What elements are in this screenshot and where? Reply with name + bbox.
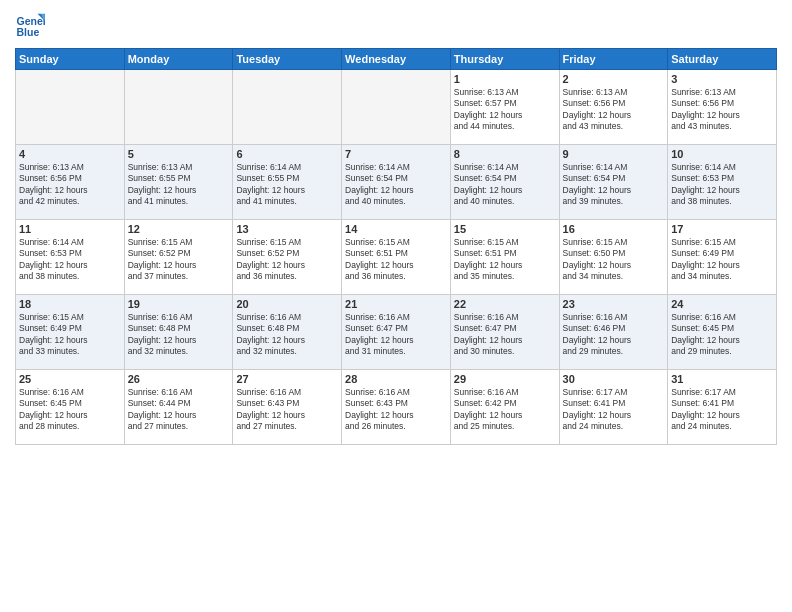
- day-info: Sunrise: 6:13 AMSunset: 6:56 PMDaylight:…: [671, 87, 773, 133]
- header-saturday: Saturday: [668, 49, 777, 70]
- day-info: Sunrise: 6:16 AMSunset: 6:47 PMDaylight:…: [345, 312, 447, 358]
- calendar-week-3: 11Sunrise: 6:14 AMSunset: 6:53 PMDayligh…: [16, 220, 777, 295]
- header-row: SundayMondayTuesdayWednesdayThursdayFrid…: [16, 49, 777, 70]
- calendar-cell: 8Sunrise: 6:14 AMSunset: 6:54 PMDaylight…: [450, 145, 559, 220]
- day-number: 28: [345, 373, 447, 385]
- calendar-cell: 13Sunrise: 6:15 AMSunset: 6:52 PMDayligh…: [233, 220, 342, 295]
- calendar-cell: 20Sunrise: 6:16 AMSunset: 6:48 PMDayligh…: [233, 295, 342, 370]
- day-number: 2: [563, 73, 665, 85]
- day-info: Sunrise: 6:15 AMSunset: 6:51 PMDaylight:…: [345, 237, 447, 283]
- header-wednesday: Wednesday: [342, 49, 451, 70]
- svg-text:Blue: Blue: [17, 26, 40, 38]
- calendar-cell: 14Sunrise: 6:15 AMSunset: 6:51 PMDayligh…: [342, 220, 451, 295]
- day-number: 22: [454, 298, 556, 310]
- logo: General Blue: [15, 10, 45, 40]
- day-info: Sunrise: 6:15 AMSunset: 6:50 PMDaylight:…: [563, 237, 665, 283]
- calendar-cell: 5Sunrise: 6:13 AMSunset: 6:55 PMDaylight…: [124, 145, 233, 220]
- header: General Blue: [15, 10, 777, 40]
- calendar-week-5: 25Sunrise: 6:16 AMSunset: 6:45 PMDayligh…: [16, 370, 777, 445]
- day-number: 25: [19, 373, 121, 385]
- calendar-cell: 21Sunrise: 6:16 AMSunset: 6:47 PMDayligh…: [342, 295, 451, 370]
- calendar-cell: 11Sunrise: 6:14 AMSunset: 6:53 PMDayligh…: [16, 220, 125, 295]
- day-info: Sunrise: 6:13 AMSunset: 6:56 PMDaylight:…: [19, 162, 121, 208]
- day-number: 11: [19, 223, 121, 235]
- day-number: 9: [563, 148, 665, 160]
- day-number: 20: [236, 298, 338, 310]
- header-monday: Monday: [124, 49, 233, 70]
- day-number: 21: [345, 298, 447, 310]
- calendar-cell: 22Sunrise: 6:16 AMSunset: 6:47 PMDayligh…: [450, 295, 559, 370]
- calendar-cell: 4Sunrise: 6:13 AMSunset: 6:56 PMDaylight…: [16, 145, 125, 220]
- day-info: Sunrise: 6:16 AMSunset: 6:42 PMDaylight:…: [454, 387, 556, 433]
- calendar-cell: 15Sunrise: 6:15 AMSunset: 6:51 PMDayligh…: [450, 220, 559, 295]
- day-info: Sunrise: 6:16 AMSunset: 6:43 PMDaylight:…: [236, 387, 338, 433]
- day-number: 15: [454, 223, 556, 235]
- day-number: 6: [236, 148, 338, 160]
- day-number: 13: [236, 223, 338, 235]
- logo-icon: General Blue: [15, 10, 45, 40]
- day-info: Sunrise: 6:14 AMSunset: 6:54 PMDaylight:…: [563, 162, 665, 208]
- day-number: 27: [236, 373, 338, 385]
- calendar-week-4: 18Sunrise: 6:15 AMSunset: 6:49 PMDayligh…: [16, 295, 777, 370]
- day-info: Sunrise: 6:16 AMSunset: 6:45 PMDaylight:…: [671, 312, 773, 358]
- day-info: Sunrise: 6:17 AMSunset: 6:41 PMDaylight:…: [671, 387, 773, 433]
- day-info: Sunrise: 6:16 AMSunset: 6:43 PMDaylight:…: [345, 387, 447, 433]
- day-number: 14: [345, 223, 447, 235]
- day-info: Sunrise: 6:14 AMSunset: 6:53 PMDaylight:…: [671, 162, 773, 208]
- day-info: Sunrise: 6:15 AMSunset: 6:51 PMDaylight:…: [454, 237, 556, 283]
- header-tuesday: Tuesday: [233, 49, 342, 70]
- day-number: 16: [563, 223, 665, 235]
- calendar-cell: [124, 70, 233, 145]
- main-container: General Blue SundayMondayTuesdayWednesda…: [0, 0, 792, 612]
- day-number: 7: [345, 148, 447, 160]
- calendar-cell: 30Sunrise: 6:17 AMSunset: 6:41 PMDayligh…: [559, 370, 668, 445]
- day-info: Sunrise: 6:16 AMSunset: 6:48 PMDaylight:…: [128, 312, 230, 358]
- calendar-week-1: 1Sunrise: 6:13 AMSunset: 6:57 PMDaylight…: [16, 70, 777, 145]
- day-info: Sunrise: 6:13 AMSunset: 6:55 PMDaylight:…: [128, 162, 230, 208]
- day-info: Sunrise: 6:15 AMSunset: 6:52 PMDaylight:…: [128, 237, 230, 283]
- header-thursday: Thursday: [450, 49, 559, 70]
- calendar-cell: 31Sunrise: 6:17 AMSunset: 6:41 PMDayligh…: [668, 370, 777, 445]
- day-number: 30: [563, 373, 665, 385]
- day-info: Sunrise: 6:14 AMSunset: 6:54 PMDaylight:…: [454, 162, 556, 208]
- day-info: Sunrise: 6:13 AMSunset: 6:56 PMDaylight:…: [563, 87, 665, 133]
- day-info: Sunrise: 6:15 AMSunset: 6:49 PMDaylight:…: [19, 312, 121, 358]
- calendar-cell: 23Sunrise: 6:16 AMSunset: 6:46 PMDayligh…: [559, 295, 668, 370]
- calendar-week-2: 4Sunrise: 6:13 AMSunset: 6:56 PMDaylight…: [16, 145, 777, 220]
- calendar-cell: [233, 70, 342, 145]
- day-number: 12: [128, 223, 230, 235]
- calendar-cell: 3Sunrise: 6:13 AMSunset: 6:56 PMDaylight…: [668, 70, 777, 145]
- calendar-table: SundayMondayTuesdayWednesdayThursdayFrid…: [15, 48, 777, 445]
- day-number: 8: [454, 148, 556, 160]
- calendar-cell: 17Sunrise: 6:15 AMSunset: 6:49 PMDayligh…: [668, 220, 777, 295]
- day-info: Sunrise: 6:13 AMSunset: 6:57 PMDaylight:…: [454, 87, 556, 133]
- day-info: Sunrise: 6:14 AMSunset: 6:53 PMDaylight:…: [19, 237, 121, 283]
- calendar-cell: 9Sunrise: 6:14 AMSunset: 6:54 PMDaylight…: [559, 145, 668, 220]
- day-number: 19: [128, 298, 230, 310]
- day-info: Sunrise: 6:16 AMSunset: 6:47 PMDaylight:…: [454, 312, 556, 358]
- calendar-cell: 24Sunrise: 6:16 AMSunset: 6:45 PMDayligh…: [668, 295, 777, 370]
- day-number: 3: [671, 73, 773, 85]
- day-number: 4: [19, 148, 121, 160]
- calendar-cell: 10Sunrise: 6:14 AMSunset: 6:53 PMDayligh…: [668, 145, 777, 220]
- calendar-cell: [16, 70, 125, 145]
- day-info: Sunrise: 6:17 AMSunset: 6:41 PMDaylight:…: [563, 387, 665, 433]
- calendar-cell: 19Sunrise: 6:16 AMSunset: 6:48 PMDayligh…: [124, 295, 233, 370]
- day-number: 29: [454, 373, 556, 385]
- day-number: 10: [671, 148, 773, 160]
- day-number: 17: [671, 223, 773, 235]
- calendar-cell: 1Sunrise: 6:13 AMSunset: 6:57 PMDaylight…: [450, 70, 559, 145]
- calendar-cell: 16Sunrise: 6:15 AMSunset: 6:50 PMDayligh…: [559, 220, 668, 295]
- header-sunday: Sunday: [16, 49, 125, 70]
- day-number: 18: [19, 298, 121, 310]
- calendar-cell: 29Sunrise: 6:16 AMSunset: 6:42 PMDayligh…: [450, 370, 559, 445]
- calendar-cell: 26Sunrise: 6:16 AMSunset: 6:44 PMDayligh…: [124, 370, 233, 445]
- day-number: 5: [128, 148, 230, 160]
- day-number: 26: [128, 373, 230, 385]
- calendar-cell: 6Sunrise: 6:14 AMSunset: 6:55 PMDaylight…: [233, 145, 342, 220]
- day-info: Sunrise: 6:14 AMSunset: 6:54 PMDaylight:…: [345, 162, 447, 208]
- day-info: Sunrise: 6:15 AMSunset: 6:49 PMDaylight:…: [671, 237, 773, 283]
- header-friday: Friday: [559, 49, 668, 70]
- day-number: 1: [454, 73, 556, 85]
- calendar-cell: 25Sunrise: 6:16 AMSunset: 6:45 PMDayligh…: [16, 370, 125, 445]
